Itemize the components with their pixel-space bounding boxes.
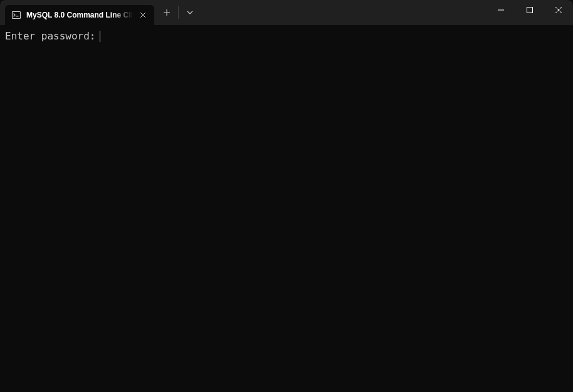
tab-close-button[interactable]	[137, 9, 149, 21]
tab-dropdown-button[interactable]	[180, 3, 200, 23]
window-controls	[486, 0, 573, 20]
text-cursor	[100, 31, 100, 42]
svg-rect-0	[13, 12, 21, 19]
prompt-line: Enter password:	[5, 30, 100, 42]
titlebar-drag-area[interactable]	[200, 0, 486, 25]
new-tab-button[interactable]	[157, 3, 177, 23]
tab-title: MySQL 8.0 Command Line Cli	[26, 11, 133, 19]
terminal-icon	[11, 10, 21, 20]
svg-rect-1	[527, 8, 533, 13]
tab-mysql-cli[interactable]: MySQL 8.0 Command Line Cli	[5, 5, 154, 25]
maximize-button[interactable]	[515, 0, 544, 20]
prompt-text: Enter password:	[5, 30, 96, 42]
tabs-area: MySQL 8.0 Command Line Cli	[0, 0, 154, 25]
tab-actions	[154, 0, 200, 25]
terminal-body[interactable]: Enter password:	[0, 25, 573, 392]
divider	[178, 6, 179, 19]
titlebar: MySQL 8.0 Command Line Cli	[0, 0, 573, 25]
minimize-button[interactable]	[486, 0, 515, 20]
close-button[interactable]	[544, 0, 573, 20]
